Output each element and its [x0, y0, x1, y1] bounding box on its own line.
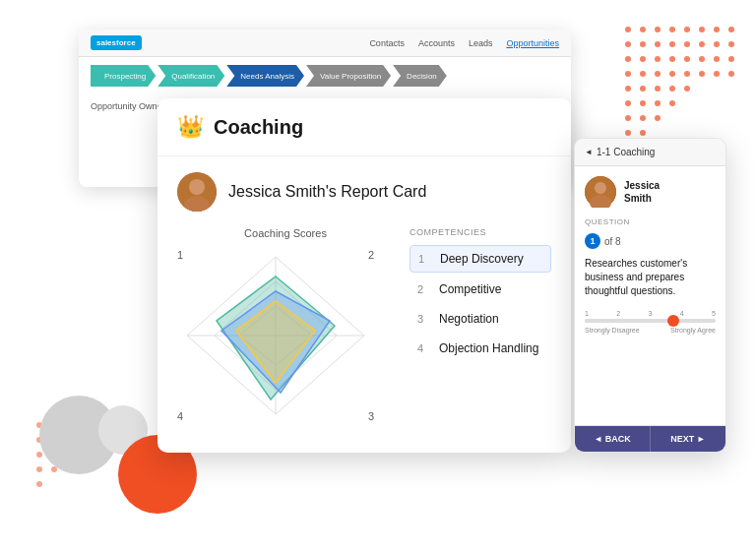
competencies-header: COMPETENCIES	[410, 227, 551, 237]
report-card-row: Jessica Smith's Report Card	[177, 172, 551, 212]
svg-point-6	[714, 27, 720, 32]
question-badge: 1 of 8	[585, 233, 621, 249]
rating-slider[interactable]: 1 2 3 4 5 Strongly Disagree Strongly Agr…	[585, 310, 716, 334]
pipeline-step-2: Qualification	[158, 65, 224, 87]
coaching-card-title: Coaching	[214, 116, 303, 139]
slider-label-left: Strongly Disagree	[585, 327, 640, 334]
svg-point-5	[699, 27, 705, 32]
svg-point-30	[714, 71, 720, 77]
svg-point-10	[655, 41, 661, 47]
svg-point-36	[684, 86, 690, 92]
comp-item-3[interactable]: 3 Negotiation	[410, 306, 551, 332]
mobile-username: Jessica Smith	[624, 179, 660, 205]
comp-item-2[interactable]: 2 Competitive	[410, 276, 551, 302]
svg-point-45	[640, 130, 646, 136]
mobile-last-name: Smith	[624, 192, 660, 205]
salesforce-logo: salesforce	[91, 35, 142, 50]
svg-point-31	[728, 71, 734, 77]
slider-label-right: Strongly Agree	[670, 327, 716, 334]
svg-point-73	[595, 182, 606, 194]
svg-point-3	[669, 27, 675, 32]
jessica-avatar	[177, 172, 217, 212]
comp-item-4[interactable]: 4 Objection Handling	[410, 336, 551, 361]
crm-nav: Contacts Accounts Leads Opportunities	[369, 38, 559, 48]
svg-point-43	[655, 115, 661, 121]
svg-point-21	[699, 56, 705, 62]
svg-point-15	[728, 41, 734, 47]
slider-labels: Strongly Disagree Strongly Agree	[585, 327, 716, 334]
svg-point-4	[684, 27, 690, 32]
comp-num-2: 2	[417, 283, 431, 295]
svg-point-25	[640, 71, 646, 77]
svg-point-44	[625, 130, 631, 136]
mobile-user-row: Jessica Smith	[585, 176, 716, 208]
coaching-card-header: 👑 Coaching	[158, 98, 571, 156]
svg-point-28	[684, 71, 690, 77]
radar-corner-2: 2	[368, 249, 374, 261]
svg-point-2	[655, 27, 661, 32]
competencies-section: COMPETENCIES 1 Deep Discovery 2 Competit…	[410, 227, 551, 424]
crown-icon: 👑	[177, 114, 204, 140]
svg-point-33	[640, 86, 646, 92]
svg-point-19	[669, 56, 675, 62]
svg-point-1	[640, 27, 646, 32]
comp-label-3: Negotiation	[439, 312, 499, 326]
crm-nav-opportunities[interactable]: Opportunities	[506, 38, 559, 48]
svg-point-17	[640, 56, 646, 62]
pipeline-step-4: Value Proposition	[306, 65, 391, 87]
mobile-question-text: Researches customer's business and prepa…	[585, 257, 716, 298]
comp-label-1: Deep Discovery	[440, 252, 524, 266]
svg-point-62	[189, 179, 205, 195]
comp-label-2: Competitive	[439, 282, 501, 296]
coaching-card: 👑 Coaching Jessica Smith's Report Card C…	[158, 98, 571, 453]
back-button[interactable]: ◄ BACK	[575, 426, 651, 452]
svg-point-13	[699, 41, 705, 47]
svg-point-0	[625, 27, 631, 32]
pipeline-step-1: Prospecting	[91, 65, 156, 87]
dots-decoration-top-right	[618, 20, 736, 138]
radar-svg	[177, 247, 374, 424]
svg-point-27	[669, 71, 675, 77]
mobile-footer: ◄ BACK NEXT ►	[575, 425, 725, 452]
svg-point-37	[625, 100, 631, 106]
next-button[interactable]: NEXT ►	[651, 426, 725, 452]
mobile-card-header: ◄ 1-1 Coaching	[575, 139, 725, 166]
comp-item-1[interactable]: 1 Deep Discovery	[410, 245, 551, 273]
pipeline-step-3: Needs Analysis	[226, 65, 304, 87]
svg-point-7	[728, 27, 734, 32]
coaching-card-body: Jessica Smith's Report Card Coaching Sco…	[158, 156, 571, 440]
comp-num-1: 1	[418, 253, 432, 265]
svg-point-24	[625, 71, 631, 77]
svg-point-9	[640, 41, 646, 47]
svg-point-38	[640, 100, 646, 106]
svg-point-22	[714, 56, 720, 62]
crm-nav-leads[interactable]: Leads	[469, 38, 493, 48]
svg-point-16	[625, 56, 631, 62]
crm-nav-accounts[interactable]: Accounts	[418, 38, 455, 48]
comp-num-4: 4	[417, 342, 431, 354]
comp-label-4: Objection Handling	[439, 341, 538, 355]
crm-header: salesforce Contacts Accounts Leads Oppor…	[79, 30, 571, 57]
svg-point-18	[655, 56, 661, 62]
svg-point-32	[625, 86, 631, 92]
svg-point-12	[684, 41, 690, 47]
arrow-left-icon: ◄	[585, 148, 593, 156]
mobile-card-title: 1-1 Coaching	[597, 147, 655, 157]
slider-thumb[interactable]	[667, 315, 679, 327]
svg-point-8	[625, 41, 631, 47]
chart-section: Coaching Scores 1 2 4 3	[177, 227, 394, 424]
mobile-avatar	[585, 176, 616, 208]
report-card-title: Jessica Smith's Report Card	[228, 183, 426, 201]
slider-track	[585, 319, 716, 323]
svg-point-11	[669, 41, 675, 47]
question-section-label: QUESTION	[585, 217, 716, 226]
crm-nav-contacts[interactable]: Contacts	[369, 38, 405, 48]
svg-point-39	[655, 100, 661, 106]
svg-point-35	[669, 86, 675, 92]
svg-point-14	[714, 41, 720, 47]
question-of: of 8	[604, 236, 621, 247]
svg-point-26	[655, 71, 661, 77]
svg-point-23	[728, 56, 734, 62]
svg-point-34	[655, 86, 661, 92]
radar-chart: 1 2 4 3	[177, 247, 374, 424]
